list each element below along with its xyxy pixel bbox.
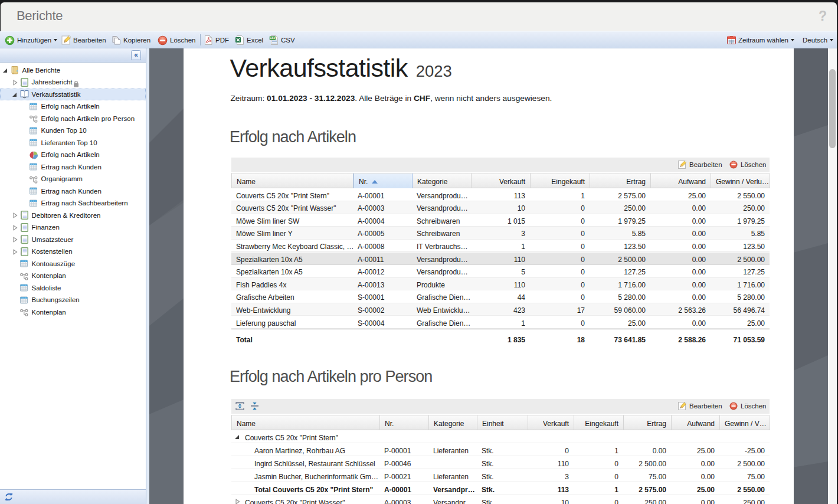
svg-text:CSV: CSV — [270, 37, 276, 40]
